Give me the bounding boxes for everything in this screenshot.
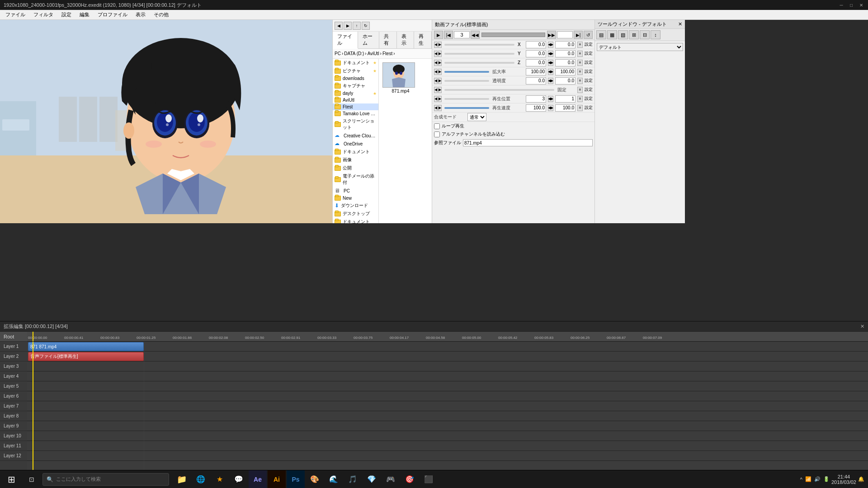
opacity-arrow-right[interactable]: ▶ <box>438 78 442 84</box>
tree-item-aviutl[interactable]: AviUtl <box>333 97 378 103</box>
loop-button[interactable]: ↺ <box>584 31 593 39</box>
y-slider[interactable] <box>444 53 514 55</box>
playpos-setting[interactable]: ≡ <box>577 96 583 102</box>
x-val2[interactable] <box>555 41 576 48</box>
fixed-setting[interactable]: ≡ <box>577 87 583 93</box>
z-slider[interactable] <box>444 62 514 64</box>
taskbar-ae-icon[interactable]: Ae <box>249 470 267 488</box>
ref-file-input[interactable] <box>463 139 593 146</box>
menu-other[interactable]: その他 <box>150 10 172 19</box>
y-mid-arrow[interactable]: ◀▶ <box>548 51 553 57</box>
video-clip[interactable]: 871 871.mp4 <box>28 342 144 351</box>
playspeed-slider[interactable] <box>444 107 489 109</box>
total-frame-input[interactable]: 34 <box>557 31 573 38</box>
y-val1[interactable] <box>526 50 546 57</box>
opacity-arrow-left[interactable]: ◀ <box>434 78 438 84</box>
file-thumb-871[interactable]: 871.mp4 <box>382 62 419 94</box>
minimize-button[interactable]: ─ <box>838 2 844 8</box>
track-row-9[interactable] <box>27 421 868 431</box>
taskbar-icon-4[interactable]: 💬 <box>230 470 248 488</box>
track-row-7[interactable] <box>27 401 868 411</box>
tree-item-pc[interactable]: 🖥 PC <box>333 187 378 195</box>
track-row-8[interactable] <box>27 411 868 421</box>
tree-item-new[interactable]: New <box>333 195 378 202</box>
z-arrow-left[interactable]: ◀ <box>434 60 438 66</box>
y-val2[interactable] <box>555 50 576 57</box>
menu-profile[interactable]: プロファイル <box>94 10 131 19</box>
z-mid-arrow[interactable]: ◀▶ <box>548 60 553 66</box>
playspeed-mid-arrow[interactable]: ◀▶ <box>548 105 553 111</box>
tree-item-pictures[interactable]: ピクチャ ★ <box>333 67 378 75</box>
z-arrow-right[interactable]: ▶ <box>438 60 442 66</box>
tree-item-public[interactable]: 公開 <box>333 164 378 172</box>
fixed-slider[interactable] <box>444 89 554 91</box>
tree-item-dayly[interactable]: dayly ★ <box>333 90 378 97</box>
network-icon[interactable]: 📶 <box>805 476 811 482</box>
opacity-setting[interactable]: ≡ <box>577 78 583 84</box>
tool-icon-2[interactable]: ▦ <box>607 30 617 39</box>
playpos-arrow-left[interactable]: ◀ <box>434 96 438 102</box>
volume-icon[interactable]: 🔊 <box>814 476 821 482</box>
start-button[interactable]: ⊞ <box>0 470 23 488</box>
tree-item-creative-cloud[interactable]: ☁ Creative Cloud Fil... <box>333 131 378 140</box>
opacity-val1[interactable] <box>526 77 546 84</box>
tree-item-tamako[interactable]: Tamako Love Sto... <box>333 110 378 117</box>
taskbar-ai-icon[interactable]: Ai <box>268 470 286 488</box>
taskbar-icon-8[interactable]: 🎨 <box>306 470 324 488</box>
menu-edit[interactable]: 編集 <box>76 10 93 19</box>
menu-settings[interactable]: 設定 <box>58 10 75 19</box>
playpos-val1[interactable] <box>526 95 546 103</box>
track-row-12[interactable] <box>27 451 868 461</box>
x-val1[interactable] <box>526 41 546 48</box>
taskbar-explorer-icon[interactable]: 📁 <box>173 470 191 488</box>
tab-view[interactable]: 表示 <box>397 32 415 48</box>
tab-share[interactable]: 共有 <box>379 32 397 48</box>
tool-close-button[interactable]: ✕ <box>678 21 682 27</box>
playspeed-arrow-left[interactable]: ◀ <box>434 105 438 111</box>
taskbar-icon-11[interactable]: 💎 <box>363 470 381 488</box>
x-mid-arrow[interactable]: ◀▶ <box>548 42 553 48</box>
tree-item-downloads-local[interactable]: downloads <box>333 75 378 82</box>
opacity-mid-arrow[interactable]: ◀▶ <box>548 78 553 84</box>
playspeed-val1[interactable] <box>526 104 546 112</box>
scale-arrow-left[interactable]: ◀ <box>434 69 438 75</box>
playpos-mid-arrow[interactable]: ◀▶ <box>548 96 553 102</box>
x-arrow-right[interactable]: ▶ <box>438 42 442 48</box>
scale-val1[interactable] <box>526 68 546 75</box>
tree-item-ftest[interactable]: Ftest <box>333 103 378 110</box>
chevron-icon[interactable]: ^ <box>800 477 802 482</box>
track-row-6[interactable] <box>27 391 868 401</box>
y-arrow-right[interactable]: ▶ <box>438 51 442 57</box>
scale-mid-arrow[interactable]: ◀▶ <box>548 69 553 75</box>
taskbar-chrome-icon[interactable]: 🌐 <box>192 470 210 488</box>
playpos-slider[interactable] <box>444 98 489 100</box>
tool-icon-1[interactable]: ▤ <box>596 30 606 39</box>
progress-bar[interactable] <box>481 33 545 37</box>
breadcrumb-ftest[interactable]: Ftest <box>382 51 392 56</box>
menu-file[interactable]: ファイル <box>2 10 29 19</box>
z-val1[interactable] <box>526 59 546 66</box>
tree-item-onedrive[interactable]: ☁ OneDrive <box>333 140 378 148</box>
scale-arrow-right[interactable]: ▶ <box>438 69 442 75</box>
x-setting[interactable]: ≡ <box>577 42 583 48</box>
root-label[interactable]: Root <box>0 332 27 342</box>
track-row-1[interactable]: 871 871.mp4 <box>27 342 868 352</box>
audio-clip[interactable]: 音声ファイル[標準再生] <box>28 352 144 361</box>
y-arrow-left[interactable]: ◀ <box>434 51 438 57</box>
track-row-4[interactable] <box>27 371 868 381</box>
frame-input[interactable] <box>454 31 470 38</box>
prev-button[interactable]: ◀◀ <box>471 31 480 39</box>
opacity-slider[interactable] <box>444 80 489 82</box>
notification-icon[interactable]: 🔔 <box>858 476 864 482</box>
tab-home[interactable]: ホーム <box>358 32 379 48</box>
tab-file[interactable]: ファイル <box>333 32 358 49</box>
playspeed-setting[interactable]: ≡ <box>577 105 583 111</box>
tree-item-screenshot[interactable]: スクリーンショット <box>333 117 378 131</box>
maximize-button[interactable]: □ <box>848 2 854 8</box>
track-row-11[interactable] <box>27 441 868 451</box>
tool-icon-6[interactable]: ↕ <box>651 30 660 39</box>
blend-mode-select[interactable]: 通常 <box>467 113 486 121</box>
taskbar-icon-13[interactable]: 🎯 <box>401 470 419 488</box>
scale-val2[interactable] <box>555 68 576 75</box>
alpha-channel-checkbox[interactable] <box>434 131 440 137</box>
